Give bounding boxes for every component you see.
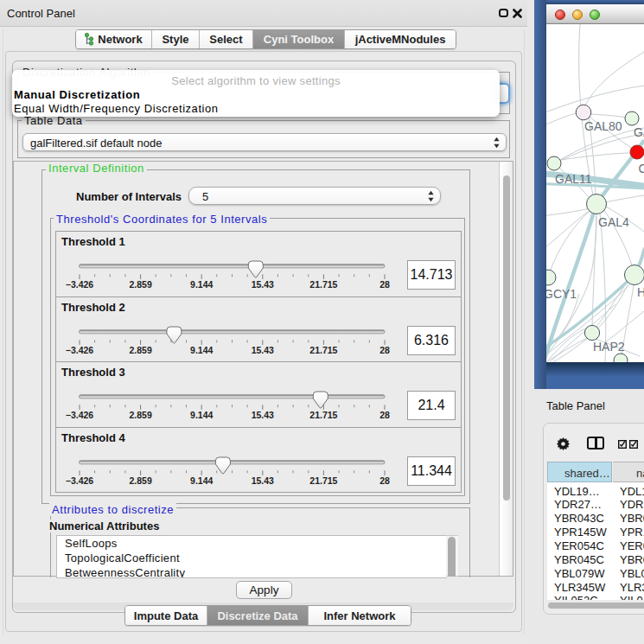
- svg-text:9.144: 9.144: [190, 279, 213, 290]
- svg-text:2.859: 2.859: [129, 345, 151, 355]
- svg-text:GA: GA: [634, 125, 644, 139]
- svg-text:15.43: 15.43: [251, 475, 273, 486]
- svg-text:28: 28: [379, 475, 390, 486]
- svg-text:2.859: 2.859: [129, 475, 151, 486]
- svg-text:21.715: 21.715: [309, 345, 337, 355]
- svg-text:28: 28: [379, 345, 390, 355]
- svg-text:21.715: 21.715: [309, 475, 337, 486]
- svg-text:15.43: 15.43: [251, 410, 273, 420]
- svg-text:−3.426: −3.426: [65, 345, 93, 355]
- svg-text:15.43: 15.43: [251, 345, 273, 355]
- svg-text:−3.426: −3.426: [65, 410, 93, 420]
- svg-text:28: 28: [379, 410, 390, 420]
- svg-text:GAL80: GAL80: [584, 119, 622, 133]
- svg-text:2.859: 2.859: [129, 279, 151, 290]
- svg-text:28: 28: [379, 279, 390, 290]
- svg-text:−3.426: −3.426: [65, 475, 93, 486]
- svg-text:2.859: 2.859: [129, 410, 151, 420]
- svg-text:GAL11: GAL11: [555, 172, 592, 186]
- svg-text:15.43: 15.43: [251, 279, 273, 290]
- svg-text:C: C: [639, 162, 644, 175]
- svg-text:GCY1: GCY1: [546, 287, 577, 301]
- svg-text:H: H: [637, 285, 644, 299]
- svg-text:9.144: 9.144: [190, 475, 213, 486]
- svg-text:9.144: 9.144: [190, 345, 213, 355]
- svg-text:GAL4: GAL4: [598, 215, 629, 229]
- svg-text:HAP2: HAP2: [593, 340, 625, 354]
- svg-text:9.144: 9.144: [190, 410, 213, 420]
- svg-text:21.715: 21.715: [309, 410, 337, 420]
- svg-text:21.715: 21.715: [309, 279, 337, 290]
- svg-text:−3.426: −3.426: [65, 279, 93, 290]
